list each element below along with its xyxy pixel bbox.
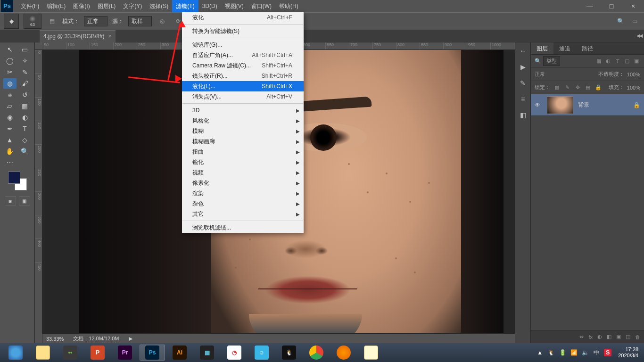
- foreground-color-icon[interactable]: [8, 172, 20, 184]
- taskbar-app2[interactable]: ☺: [249, 345, 274, 361]
- filter-pixel-icon[interactable]: ▩: [595, 58, 603, 65]
- menu-item-锐化[interactable]: 锐化▶: [182, 157, 304, 167]
- crop-tool-icon[interactable]: ✂: [3, 67, 17, 77]
- menu-item-像素化[interactable]: 像素化▶: [182, 178, 304, 188]
- minimize-button[interactable]: —: [579, 0, 601, 12]
- layer-visibility-icon[interactable]: 👁: [535, 102, 542, 108]
- tray-network-icon[interactable]: 📶: [570, 349, 578, 356]
- fx-icon[interactable]: fx: [588, 334, 593, 340]
- taskbar-chrome[interactable]: [304, 345, 329, 361]
- taskbar-premiere[interactable]: Pr: [112, 345, 138, 361]
- clone-stamp-tool-icon[interactable]: ⎈: [3, 90, 17, 100]
- tray-up-icon[interactable]: ▲: [536, 349, 544, 356]
- tray-clock[interactable]: 17:28 2020/3/4: [615, 346, 641, 359]
- menu-type[interactable]: 文字(Y): [119, 0, 146, 12]
- tab-layers[interactable]: 图层: [531, 42, 553, 54]
- document-tab[interactable]: 4.jpg @ 33.3%(RGB/8#) ×: [40, 30, 116, 42]
- menu-image[interactable]: 图像(I): [69, 0, 93, 12]
- menu-filter[interactable]: 滤镜(T): [172, 0, 198, 12]
- menu-item-视频[interactable]: 视频▶: [182, 167, 304, 178]
- new-layer-icon[interactable]: ◫: [626, 334, 630, 340]
- tray-sogou-icon[interactable]: S: [604, 349, 611, 356]
- filter-type-icon[interactable]: T: [614, 58, 621, 65]
- tool-preset-icon[interactable]: ◆: [4, 14, 19, 29]
- delete-layer-icon[interactable]: 🗑: [635, 334, 640, 340]
- taskbar-wechat[interactable]: ••: [58, 345, 83, 361]
- menu-item-其它[interactable]: 其它▶: [182, 209, 304, 219]
- menu-help[interactable]: 帮助(H): [275, 0, 302, 12]
- tray-ime-icon[interactable]: 中: [593, 349, 600, 356]
- menu-view[interactable]: 视图(V): [221, 0, 248, 12]
- brush-panel-icon[interactable]: ▤: [46, 16, 58, 27]
- layer-name[interactable]: 背景: [578, 101, 589, 109]
- menu-item-液化L[interactable]: 液化(L)...Shift+Ctrl+X: [182, 81, 304, 91]
- menu-item-渲染[interactable]: 渲染▶: [182, 188, 304, 198]
- layer-background[interactable]: 👁 背景 🔒: [531, 94, 644, 116]
- close-button[interactable]: ×: [622, 0, 644, 12]
- taskbar-photoshop[interactable]: Ps: [140, 345, 165, 361]
- tab-channels[interactable]: 通道: [553, 42, 576, 54]
- menu-window[interactable]: 窗口(W): [248, 0, 275, 12]
- edit-toolbar-icon[interactable]: ⋯: [3, 157, 17, 168]
- tray-battery-icon[interactable]: 🔋: [559, 349, 566, 356]
- spot-healing-tool-icon[interactable]: ◍: [3, 78, 17, 89]
- blend-mode-select[interactable]: 正常: [535, 71, 595, 78]
- lock-position-icon[interactable]: ✥: [574, 84, 581, 91]
- lock-all-icon[interactable]: 🔒: [594, 84, 602, 91]
- brush-preview[interactable]: 63: [24, 14, 41, 29]
- eyedropper-tool-icon[interactable]: ✎: [18, 67, 32, 77]
- history-icon[interactable]: ↔: [517, 45, 528, 57]
- menu-item-镜头校正R[interactable]: 镜头校正(R)...Shift+Ctrl+R: [182, 71, 304, 81]
- ruler-vertical[interactable]: 050100150200250300350400450: [35, 50, 42, 343]
- source-select[interactable]: 取样: [128, 16, 152, 26]
- zoom-tool-icon[interactable]: 🔍: [18, 146, 32, 156]
- menu-item-CameraRaw滤镜C[interactable]: Camera Raw 滤镜(C)...Shift+Ctrl+A: [182, 60, 304, 71]
- type-tool-icon[interactable]: T: [18, 123, 32, 134]
- adjustment-icon[interactable]: ◧: [607, 334, 611, 340]
- filter-search-icon[interactable]: 🔍: [535, 58, 541, 64]
- lock-pixels-icon[interactable]: ▩: [553, 84, 561, 91]
- layer-thumbnail[interactable]: [547, 96, 573, 114]
- menu-item-浏览联机滤镜[interactable]: 浏览联机滤镜...: [182, 222, 304, 233]
- aligned-icon[interactable]: ◎: [157, 16, 168, 27]
- menu-item-扭曲[interactable]: 扭曲▶: [182, 147, 304, 157]
- pen-tool-icon[interactable]: ✒: [3, 123, 17, 134]
- marquee-tool-icon[interactable]: ▭: [18, 44, 32, 55]
- document-info[interactable]: 文档：12.0M/12.0M: [73, 335, 119, 342]
- screen-mode-icon[interactable]: ▣: [19, 196, 30, 206]
- filter-smart-icon[interactable]: ▣: [633, 58, 640, 65]
- menu-item-消失点V[interactable]: 消失点(V)...Alt+Ctrl+V: [182, 91, 304, 102]
- taskbar-firefox[interactable]: [331, 345, 356, 361]
- group-icon[interactable]: ▣: [616, 334, 621, 340]
- taskbar-illustrator[interactable]: Ai: [167, 345, 192, 361]
- actions-icon[interactable]: ▶: [517, 61, 528, 73]
- filter-kind-select[interactable]: 类型: [543, 56, 560, 66]
- menu-item-杂色[interactable]: 杂色▶: [182, 198, 304, 209]
- zoom-value[interactable]: 33.33%: [46, 336, 64, 342]
- opacity-value[interactable]: 100%: [627, 72, 640, 77]
- taskbar-app1[interactable]: ◔: [222, 345, 247, 361]
- menu-item-自适应广角A[interactable]: 自适应广角(A)...Alt+Shift+Ctrl+A: [182, 50, 304, 60]
- layer-lock-icon[interactable]: 🔒: [633, 102, 640, 108]
- menu-item-滤镜库G[interactable]: 滤镜库(G)...: [182, 40, 304, 50]
- maximize-button[interactable]: □: [601, 0, 622, 12]
- taskbar-video[interactable]: ▦: [194, 345, 220, 361]
- collapse-panels-icon[interactable]: ◀◀: [636, 33, 642, 38]
- hand-tool-icon[interactable]: ✋: [3, 146, 17, 156]
- filter-adjust-icon[interactable]: ◐: [604, 58, 612, 65]
- tray-volume-icon[interactable]: 🔈: [581, 349, 589, 356]
- menu-edit[interactable]: 编辑(E): [43, 0, 69, 12]
- filter-shape-icon[interactable]: ▢: [623, 58, 631, 65]
- swatches-panel-icon[interactable]: ◧: [517, 109, 528, 121]
- menu-item-转换为智能滤镜S[interactable]: 转换为智能滤镜(S): [182, 26, 304, 36]
- lock-artboard-icon[interactable]: ▤: [584, 84, 592, 91]
- taskbar-qq[interactable]: 🐧: [276, 345, 302, 361]
- path-select-tool-icon[interactable]: ▲: [3, 135, 17, 145]
- menu-item-3D[interactable]: 3D▶: [182, 105, 304, 115]
- lock-brush-icon[interactable]: ✎: [563, 84, 571, 91]
- menu-item-风格化[interactable]: 风格化▶: [182, 115, 304, 126]
- quick-mask-icon[interactable]: ◙: [5, 196, 16, 206]
- menu-file[interactable]: 文件(F): [17, 0, 43, 12]
- taskbar-browser[interactable]: [3, 345, 28, 361]
- menu-item-模糊画廊[interactable]: 模糊画廊▶: [182, 136, 304, 147]
